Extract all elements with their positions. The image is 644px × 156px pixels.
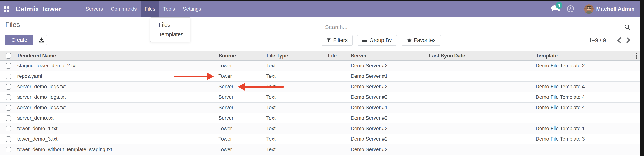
favorites-button[interactable]: Favorites	[402, 35, 441, 46]
table-row[interactable]: server_demo_logs.txt Server Text Demo Se…	[0, 92, 640, 102]
cell-file-type: Text	[262, 92, 324, 102]
cell-server: Demo Server #2	[347, 92, 425, 102]
cell-file	[324, 61, 347, 71]
column-header-file-type[interactable]: File Type	[262, 51, 324, 60]
user-avatar-image	[584, 4, 594, 14]
column-header-last-sync-date[interactable]: Last Sync Date	[425, 51, 532, 60]
row-checkbox[interactable]	[6, 136, 11, 142]
cell-rendered-name: server_demo_logs.txt	[16, 102, 215, 113]
cell-server: Demo Server #2	[347, 144, 425, 155]
action-buttons: Create	[5, 35, 47, 45]
cell-last-sync-date	[425, 144, 532, 155]
cell-last-sync-date	[425, 61, 532, 71]
create-button[interactable]: Create	[5, 35, 34, 45]
row-checkbox[interactable]	[6, 147, 11, 153]
cell-template: Demo File Template 1	[532, 123, 640, 134]
top-navbar: Cetmix Tower Servers Commands Files Tool…	[0, 1, 644, 17]
filter-icon	[326, 38, 331, 43]
table-row[interactable]: staging_tower_demo_2.txt Tower Text Demo…	[0, 61, 640, 71]
cell-file	[324, 123, 347, 134]
column-header-rendered-name[interactable]: Rendered Name	[16, 51, 215, 60]
filters-button[interactable]: Filters	[321, 35, 352, 46]
cell-template: Demo File Template 2	[532, 61, 640, 71]
messages-button[interactable]: 4	[551, 5, 560, 14]
cell-last-sync-date	[425, 134, 532, 144]
select-all-checkbox[interactable]	[6, 53, 11, 59]
cell-rendered-name: tower_demo_without_template_staging.txt	[16, 144, 215, 155]
row-checkbox[interactable]	[6, 74, 11, 79]
cell-server: Demo Server #2	[347, 113, 425, 123]
cell-file-type: Text	[262, 102, 324, 113]
navbar-right-section: 4 Mitchell Ad	[551, 1, 634, 17]
pagination-next-button[interactable]	[624, 37, 633, 43]
dropdown-item-templates[interactable]: Templates	[150, 30, 190, 39]
optional-columns-icon[interactable]	[635, 51, 637, 61]
menu-item-files[interactable]: Files	[141, 1, 159, 17]
main-menu: Servers Commands Files Tools Settings	[82, 1, 205, 17]
cell-file	[324, 81, 347, 92]
apps-grid-icon[interactable]	[0, 1, 13, 17]
table-row[interactable]: server_demo_logs.txt Server Text Demo Se…	[0, 102, 640, 113]
cell-file-type: Text	[262, 123, 324, 134]
menu-item-tools[interactable]: Tools	[159, 1, 179, 17]
cell-template: Demo File Template 4	[532, 92, 640, 102]
row-checkbox[interactable]	[6, 126, 11, 132]
row-checkbox[interactable]	[6, 115, 11, 121]
group-by-button-label: Group By	[370, 37, 392, 43]
group-by-button[interactable]: Group By	[357, 35, 397, 46]
cell-rendered-name: server_demo.txt	[16, 113, 215, 123]
cell-last-sync-date	[425, 92, 532, 102]
activities-button[interactable]	[566, 5, 574, 13]
table-row[interactable]: tower_demo_1.txt Tower Text Demo Server …	[0, 123, 640, 134]
column-header-server[interactable]: Server	[347, 51, 425, 60]
page-title: Files	[5, 21, 20, 29]
row-checkbox[interactable]	[6, 63, 11, 69]
table-row[interactable]: tower_demo_3.txt Tower Text Demo Server …	[0, 134, 640, 144]
menu-item-settings[interactable]: Settings	[179, 1, 205, 17]
search-input[interactable]	[321, 24, 624, 30]
row-checkbox-cell	[0, 102, 16, 113]
column-header-file[interactable]: File	[324, 51, 347, 60]
table-row[interactable]: repos.yaml Tower Text Demo Server #1	[0, 71, 640, 81]
messages-badge: 4	[556, 2, 562, 9]
cell-source: Server	[215, 102, 262, 113]
menu-item-servers[interactable]: Servers	[82, 1, 107, 17]
cell-file	[324, 134, 347, 144]
cell-source: Tower	[215, 71, 262, 81]
cell-last-sync-date	[425, 113, 532, 123]
download-button[interactable]	[36, 35, 47, 45]
row-checkbox[interactable]	[6, 105, 11, 111]
menu-item-commands[interactable]: Commands	[107, 1, 141, 17]
pagination: 1–9 / 9	[589, 35, 633, 46]
table-row[interactable]: tower_demo_without_template_staging.txt …	[0, 144, 640, 155]
row-checkbox-cell	[0, 144, 16, 155]
row-checkbox-cell	[0, 92, 16, 102]
row-checkbox[interactable]	[6, 84, 11, 90]
cell-server: Demo Server #1	[347, 71, 425, 81]
cell-file-type: Text	[262, 144, 324, 155]
cell-source: Tower	[215, 61, 262, 71]
column-header-template[interactable]: Template	[532, 51, 640, 60]
cell-template	[532, 113, 640, 123]
brand-title[interactable]: Cetmix Tower	[13, 1, 64, 17]
cell-template	[532, 144, 640, 155]
user-name[interactable]: Mitchell Admin	[596, 6, 634, 12]
filters-button-label: Filters	[333, 37, 348, 43]
row-checkbox[interactable]	[6, 94, 11, 100]
cell-server: Demo Server #2	[347, 134, 425, 144]
user-avatar[interactable]	[584, 4, 594, 14]
search-icon[interactable]	[624, 24, 631, 30]
favorites-button-label: Favorites	[414, 37, 436, 43]
cell-source: Server	[215, 81, 262, 92]
pagination-prev-button[interactable]	[614, 37, 624, 43]
column-header-source[interactable]: Source	[215, 51, 262, 60]
table-row[interactable]: server_demo.txt Server Text Demo Server …	[0, 113, 640, 123]
group-by-icon	[362, 38, 367, 43]
table-row[interactable]: server_demo_logs.txt Server Text Demo Se…	[0, 81, 640, 92]
cell-file-type: Text	[262, 71, 324, 81]
cell-source: Tower	[215, 123, 262, 134]
app-window: Cetmix Tower Servers Commands Files Tool…	[0, 0, 644, 156]
dropdown-item-files[interactable]: Files	[150, 20, 190, 30]
cell-file-type: Text	[262, 113, 324, 123]
files-table: Rendered Name Source File Type File Serv…	[0, 51, 640, 155]
